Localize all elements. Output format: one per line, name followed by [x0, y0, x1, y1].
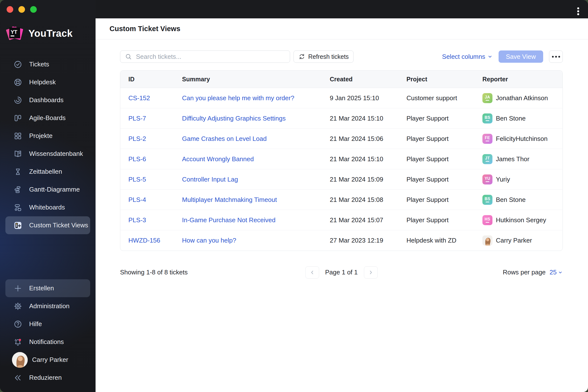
sidebar-item[interactable]: Zeittabellen: [6, 163, 90, 180]
reporter-initials: HS: [484, 217, 490, 223]
sidebar-item-icon: [14, 167, 22, 176]
pagination-summary: Showing 1-8 of 8 tickets: [120, 268, 188, 276]
chevron-down-icon: [558, 270, 563, 275]
save-view-button[interactable]: Save View: [498, 50, 543, 63]
ticket-created: 21 Mar 2024 15:06: [330, 135, 406, 142]
sidebar-item[interactable]: Agile-Boards: [6, 109, 90, 127]
sidebar-item[interactable]: Tickets: [6, 55, 90, 73]
column-header-project[interactable]: Project: [406, 76, 482, 83]
page-indicator: Page 1 of 1: [325, 268, 358, 276]
search-box[interactable]: [120, 50, 290, 63]
column-header-id[interactable]: ID: [120, 76, 182, 83]
column-header-summary[interactable]: Summary: [182, 76, 330, 83]
reporter-name: FelicityHutchinson: [496, 135, 548, 142]
sidebar-item[interactable]: Wissensdatenbank: [6, 145, 90, 163]
prev-page-button[interactable]: [305, 266, 319, 278]
select-columns-dropdown[interactable]: Select columns: [442, 53, 492, 60]
refresh-tickets-button[interactable]: Refresh tickets: [294, 50, 354, 63]
ticket-row: PLS-4 Multiplayer Matchmaking Timeout 21…: [120, 190, 562, 210]
rows-per-page-label: Rows per page: [503, 268, 546, 276]
ticket-summary-link[interactable]: Game Crashes on Level Load: [182, 135, 266, 142]
sidebar-item[interactable]: Administration: [6, 297, 90, 315]
reporter-avatar: JT: [482, 154, 492, 164]
reporter-avatar: BS: [482, 195, 492, 205]
next-page-button[interactable]: [364, 266, 378, 278]
ticket-summary-link[interactable]: How can you help?: [182, 237, 236, 244]
sidebar-item-label: Gantt-Diagramme: [29, 186, 80, 193]
ticket-id-link[interactable]: HWZD-156: [128, 237, 160, 244]
sidebar-item-icon: [14, 203, 22, 212]
sidebar-item-icon: [14, 60, 22, 69]
reporter-avatar: JA: [482, 93, 492, 103]
svg-text:YT: YT: [10, 29, 17, 35]
reporter-cell: BS Ben Stone: [482, 114, 562, 124]
window-menu-button[interactable]: [576, 6, 581, 17]
sidebar-item[interactable]: Dashboards: [6, 91, 90, 109]
ticket-summary-link[interactable]: Difficulty Adjusting Graphics Settings: [182, 115, 286, 122]
ticket-summary-link[interactable]: Multiplayer Matchmaking Timeout: [182, 196, 277, 203]
sidebar-item-icon: [14, 320, 22, 328]
sidebar-item[interactable]: Whiteboards: [6, 198, 90, 216]
pagination: Showing 1-8 of 8 tickets Page 1 of 1 Row…: [120, 268, 563, 276]
search-input[interactable]: [136, 53, 286, 61]
ticket-row: PLS-5 Controller Input Lag 21 Mar 2024 1…: [120, 169, 562, 190]
sidebar-item-label: Dashboards: [29, 96, 64, 104]
ticket-summary-link[interactable]: In-Game Purchase Not Received: [182, 216, 276, 224]
reporter-avatar: BS: [482, 114, 492, 124]
ticket-id-link[interactable]: PLS-5: [128, 176, 146, 183]
ticket-id-link[interactable]: PLS-3: [128, 216, 146, 224]
chevron-right-icon: [368, 270, 374, 276]
sidebar-item[interactable]: Hilfe: [6, 315, 90, 333]
ticket-created: 21 Mar 2024 15:10: [330, 155, 406, 163]
column-header-created[interactable]: Created: [330, 76, 406, 83]
toolbar-right: Select columns Save View: [442, 50, 563, 63]
sidebar-item[interactable]: Reduzieren: [6, 369, 90, 386]
minimize-window-button[interactable]: [18, 6, 25, 13]
ticket-id-link[interactable]: PLS-7: [128, 115, 146, 122]
sidebar-item[interactable]: Custom Ticket Views: [6, 216, 90, 234]
ticket-summary-link[interactable]: Controller Input Lag: [182, 176, 238, 183]
sidebar-item[interactable]: Gantt-Diagramme: [6, 180, 90, 198]
ticket-summary-link[interactable]: Can you please help me with my order?: [182, 94, 294, 102]
sidebar-item-label: Wissensdatenbank: [29, 150, 83, 158]
column-header-reporter[interactable]: Reporter: [482, 76, 562, 83]
ticket-created: 21 Mar 2024 15:09: [330, 176, 406, 183]
sidebar-item-icon: [14, 132, 22, 140]
ticket-id-link[interactable]: PLS-2: [128, 135, 146, 142]
sidebar: YT YouTrack Tickets Helpdesk Dashboards …: [0, 0, 96, 392]
reporter-cell: HS Hutkinson Sergey: [482, 215, 562, 225]
table-header-row: ID Summary Created Project Reporter: [120, 70, 562, 88]
ticket-id-link[interactable]: CS-152: [128, 94, 150, 102]
reporter-initials: FE: [485, 136, 490, 141]
reporter-cell: JA Jonathan Atkinson: [482, 93, 562, 103]
ticket-project: Player Support: [406, 176, 482, 183]
ticket-id-link[interactable]: PLS-6: [128, 155, 146, 163]
sidebar-item[interactable]: Carry Parker: [6, 351, 90, 369]
ticket-project: Player Support: [406, 196, 482, 204]
rows-per-page-value: 25: [550, 268, 557, 276]
ticket-id-link[interactable]: PLS-4: [128, 196, 146, 203]
maximize-window-button[interactable]: [30, 6, 37, 13]
reporter-initials: BS: [484, 116, 490, 121]
reporter-cell: JT James Thor: [482, 154, 562, 164]
sidebar-item-label: Carry Parker: [32, 356, 68, 364]
rows-per-page-select[interactable]: 25: [550, 268, 563, 276]
sidebar-item[interactable]: Erstellen: [6, 279, 90, 297]
tickets-table: ID Summary Created Project Reporter CS-1…: [120, 70, 563, 251]
more-actions-button[interactable]: [549, 50, 563, 63]
ticket-created: 21 Mar 2024 15:10: [330, 115, 406, 122]
ticket-row: HWZD-156 How can you help? 27 Mar 2023 1…: [120, 230, 562, 251]
sidebar-item[interactable]: Notifications: [6, 333, 90, 351]
sidebar-item[interactable]: Projekte: [6, 127, 90, 145]
ticket-project: Customer support: [406, 94, 482, 102]
refresh-tickets-label: Refresh tickets: [308, 53, 349, 60]
user-photo-icon: [12, 352, 28, 368]
ticket-summary-link[interactable]: Account Wrongly Banned: [182, 155, 254, 163]
reporter-name: Ben Stone: [496, 115, 526, 122]
sidebar-item[interactable]: Helpdesk: [6, 73, 90, 91]
reporter-cell: YU Yuriy: [482, 174, 562, 184]
close-window-button[interactable]: [6, 6, 13, 13]
ticket-row: CS-152 Can you please help me with my or…: [120, 88, 562, 108]
sidebar-nav: Tickets Helpdesk Dashboards Agile-Boards…: [0, 55, 96, 234]
window-controls: [6, 6, 37, 13]
